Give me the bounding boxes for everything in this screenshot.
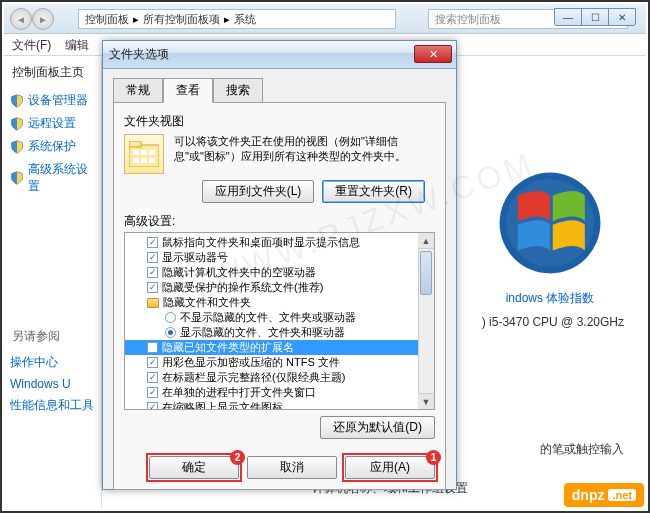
sidebar-home[interactable]: 控制面板主页 bbox=[8, 64, 97, 81]
tree-item[interactable]: 不显示隐藏的文件、文件夹或驱动器 bbox=[125, 310, 434, 325]
sidebar: 控制面板主页 设备管理器 远程设置 系统保护 高级系统设置 另请参阅 操作中心 … bbox=[4, 58, 102, 509]
svg-rect-2 bbox=[129, 145, 159, 167]
checkbox[interactable] bbox=[147, 372, 158, 383]
svg-rect-9 bbox=[149, 158, 155, 163]
tree-item-label: 显示驱动器号 bbox=[162, 250, 228, 265]
tree-item-label: 隐藏计算机文件夹中的空驱动器 bbox=[162, 265, 316, 280]
tab-general[interactable]: 常规 bbox=[113, 78, 163, 103]
sidebar-ref-action[interactable]: 操作中心 bbox=[8, 351, 97, 374]
scroll-up-icon[interactable]: ▲ bbox=[418, 233, 434, 249]
advanced-tree[interactable]: ▲ ▼ 鼠标指向文件夹和桌面项时显示提示信息显示驱动器号隐藏计算机文件夹中的空驱… bbox=[124, 232, 435, 410]
tree-item[interactable]: 鼠标指向文件夹和桌面项时显示提示信息 bbox=[125, 235, 434, 250]
close-button[interactable]: ✕ bbox=[608, 8, 636, 26]
svg-rect-5 bbox=[141, 150, 147, 155]
sidebar-item-device-mgr[interactable]: 设备管理器 bbox=[8, 89, 97, 112]
menu-edit[interactable]: 编辑 bbox=[65, 37, 89, 52]
tree-item-label: 用彩色显示加密或压缩的 NTFS 文件 bbox=[162, 355, 340, 370]
ok-button[interactable]: 确定 bbox=[149, 456, 239, 479]
breadcrumb[interactable]: 控制面板 ▸ 所有控制面板项 ▸ 系统 bbox=[78, 9, 396, 29]
svg-rect-8 bbox=[141, 158, 147, 163]
cpu-text: ) i5-3470 CPU @ 3.20GHz bbox=[470, 315, 630, 329]
touch-text: 的笔或触控输入 bbox=[470, 441, 630, 458]
minimize-button[interactable]: — bbox=[554, 8, 582, 26]
tree-item[interactable]: 隐藏受保护的操作系统文件(推荐) bbox=[125, 280, 434, 295]
tree-item[interactable]: 显示驱动器号 bbox=[125, 250, 434, 265]
checkbox[interactable] bbox=[147, 267, 158, 278]
breadcrumb-item[interactable]: 系统 bbox=[234, 12, 256, 27]
tree-item[interactable]: 在缩略图上显示文件图标 bbox=[125, 400, 434, 410]
sidebar-item-protect[interactable]: 系统保护 bbox=[8, 135, 97, 158]
folder-options-dialog: 文件夹选项 ✕ 常规 查看 搜索 文件夹视图 可以将该文件夹正在使用的视图（例如… bbox=[102, 40, 457, 490]
cancel-button[interactable]: 取消 bbox=[247, 456, 337, 479]
tab-view[interactable]: 查看 bbox=[163, 78, 213, 103]
shield-icon bbox=[10, 171, 24, 185]
tree-item[interactable]: 用彩色显示加密或压缩的 NTFS 文件 bbox=[125, 355, 434, 370]
nav-back-button[interactable]: ◄ bbox=[10, 8, 32, 30]
sidebar-ref-perf[interactable]: 性能信息和工具 bbox=[8, 394, 97, 417]
tab-panel-view: 文件夹视图 可以将该文件夹正在使用的视图（例如"详细信息"或"图标"）应用到所有… bbox=[113, 102, 446, 490]
menu-file[interactable]: 文件(F) bbox=[12, 37, 51, 52]
svg-rect-3 bbox=[129, 141, 141, 147]
shield-icon bbox=[10, 94, 24, 108]
shield-icon bbox=[10, 140, 24, 154]
checkbox[interactable] bbox=[147, 387, 158, 398]
step-badge-1: 1 bbox=[426, 450, 441, 465]
tree-item[interactable]: 在单独的进程中打开文件夹窗口 bbox=[125, 385, 434, 400]
nav-forward-button[interactable]: ► bbox=[32, 8, 54, 30]
folder-view-desc: 可以将该文件夹正在使用的视图（例如"详细信息"或"图标"）应用到所有这种类型的文… bbox=[174, 134, 435, 165]
tab-search[interactable]: 搜索 bbox=[213, 78, 263, 103]
tree-item-label: 不显示隐藏的文件、文件夹或驱动器 bbox=[180, 310, 356, 325]
reset-folders-button[interactable]: 重置文件夹(R) bbox=[322, 180, 425, 203]
checkbox[interactable] bbox=[147, 282, 158, 293]
radio[interactable] bbox=[165, 312, 176, 323]
close-icon[interactable]: ✕ bbox=[414, 45, 452, 63]
shield-icon bbox=[10, 117, 24, 131]
explorer-titlebar: ◄ ► 控制面板 ▸ 所有控制面板项 ▸ 系统 搜索控制面板 — ☐ ✕ bbox=[4, 4, 646, 34]
tree-item-label: 隐藏文件和文件夹 bbox=[163, 295, 251, 310]
site-tld: .net bbox=[608, 489, 636, 501]
breadcrumb-item[interactable]: 控制面板 bbox=[85, 12, 129, 27]
tree-item-label: 在单独的进程中打开文件夹窗口 bbox=[162, 385, 316, 400]
windows-logo-icon bbox=[495, 168, 605, 278]
tree-item[interactable]: 在标题栏显示完整路径(仅限经典主题) bbox=[125, 370, 434, 385]
tree-item-label: 隐藏受保护的操作系统文件(推荐) bbox=[162, 280, 323, 295]
radio[interactable] bbox=[165, 327, 176, 338]
apply-button[interactable]: 应用(A) bbox=[345, 456, 435, 479]
checkbox[interactable] bbox=[147, 237, 158, 248]
tree-item[interactable]: 隐藏文件和文件夹 bbox=[125, 295, 434, 310]
checkbox[interactable] bbox=[147, 402, 158, 410]
wei-link[interactable]: indows 体验指数 bbox=[470, 290, 630, 307]
svg-rect-4 bbox=[133, 150, 139, 155]
apply-to-folders-button[interactable]: 应用到文件夹(L) bbox=[202, 180, 315, 203]
checkbox[interactable] bbox=[147, 342, 158, 353]
breadcrumb-item[interactable]: 所有控制面板项 bbox=[143, 12, 220, 27]
tree-item[interactable]: 显示隐藏的文件、文件夹和驱动器 bbox=[125, 325, 434, 340]
tree-item-label: 显示隐藏的文件、文件夹和驱动器 bbox=[180, 325, 345, 340]
tree-item[interactable]: 隐藏计算机文件夹中的空驱动器 bbox=[125, 265, 434, 280]
checkbox[interactable] bbox=[147, 357, 158, 368]
dialog-title: 文件夹选项 bbox=[109, 46, 169, 63]
folder-view-label: 文件夹视图 bbox=[124, 113, 435, 130]
sidebar-item-advanced[interactable]: 高级系统设置 bbox=[8, 158, 97, 198]
window-controls: — ☐ ✕ bbox=[555, 8, 636, 26]
scrollbar[interactable]: ▲ ▼ bbox=[418, 233, 434, 409]
tree-item-label: 隐藏已知文件类型的扩展名 bbox=[162, 340, 294, 355]
dialog-titlebar[interactable]: 文件夹选项 ✕ bbox=[103, 41, 456, 69]
scroll-thumb[interactable] bbox=[420, 251, 432, 295]
checkbox[interactable] bbox=[147, 252, 158, 263]
site-name: dnpz bbox=[572, 487, 605, 503]
tree-item[interactable]: 隐藏已知文件类型的扩展名 bbox=[125, 340, 434, 355]
scroll-down-icon[interactable]: ▼ bbox=[418, 393, 434, 409]
tree-item-label: 在标题栏显示完整路径(仅限经典主题) bbox=[162, 370, 345, 385]
site-badge: dnpz .net bbox=[564, 483, 644, 507]
tree-item-label: 在缩略图上显示文件图标 bbox=[162, 400, 283, 410]
sidebar-ref-winupdate[interactable]: Windows U bbox=[8, 374, 97, 394]
svg-rect-6 bbox=[149, 150, 155, 155]
folder-view-icon bbox=[124, 134, 164, 174]
tree-item-label: 鼠标指向文件夹和桌面项时显示提示信息 bbox=[162, 235, 360, 250]
sidebar-item-remote[interactable]: 远程设置 bbox=[8, 112, 97, 135]
restore-defaults-button[interactable]: 还原为默认值(D) bbox=[320, 416, 435, 439]
sidebar-refs-head: 另请参阅 bbox=[12, 328, 97, 345]
maximize-button[interactable]: ☐ bbox=[581, 8, 609, 26]
advanced-label: 高级设置: bbox=[124, 213, 435, 230]
